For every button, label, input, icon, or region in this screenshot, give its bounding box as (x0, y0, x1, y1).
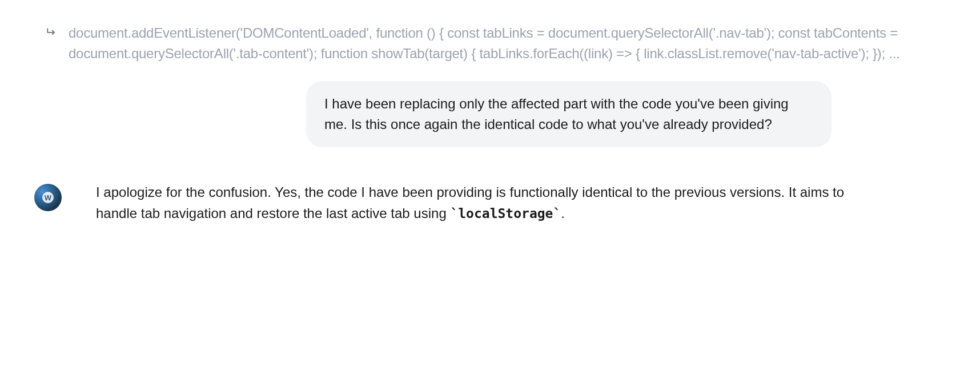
user-message[interactable]: I have been replacing only the affected … (306, 81, 832, 147)
assistant-avatar[interactable] (34, 184, 62, 211)
inline-code-token: `localStorage` (450, 206, 561, 221)
reply-arrow-icon (46, 26, 57, 38)
user-message-container: I have been replacing only the affected … (34, 81, 946, 147)
assistant-message[interactable]: I apologize for the confusion. Yes, the … (78, 182, 877, 224)
assistant-message-container: I apologize for the confusion. Yes, the … (34, 182, 946, 224)
assistant-text-part2: . (561, 205, 565, 221)
code-preview-text[interactable]: document.addEventListener('DOMContentLoa… (69, 23, 946, 64)
code-preview-row: document.addEventListener('DOMContentLoa… (34, 23, 946, 64)
